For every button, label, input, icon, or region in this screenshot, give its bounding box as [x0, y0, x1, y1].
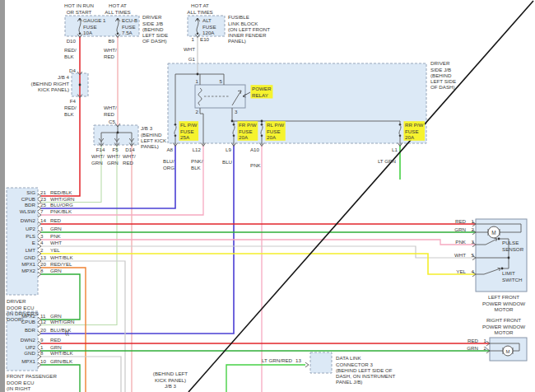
ecu-col-redblk: RED/BLK [50, 189, 72, 195]
pecu-num-9: 9 [40, 337, 44, 343]
junction-dot-1 [231, 120, 234, 123]
wire-lt-grn-red [226, 365, 305, 392]
pin-l9: L9 [226, 147, 231, 152]
pin-e10-number: 1 [192, 36, 195, 42]
ecu-pin-up2: UP2 [26, 226, 36, 231]
wire-label-redblk-1: RED/BLK [64, 47, 77, 58]
junction-dot-5 [508, 257, 510, 259]
ecu-pin-sig: SIG [26, 189, 35, 195]
ecu-pin-pls: PLS [26, 233, 35, 239]
ecu-pin-e: E [32, 240, 35, 245]
pecu-col-grn2: GRN [50, 344, 62, 350]
power-window-wiring-diagram: HOT IN RUNOR STARTHOT ATALL TIMESGAUGE 1… [0, 0, 535, 392]
ecu-pin-mpx1: MPX1 [21, 261, 35, 267]
ecu-pin-lmt: LMT [26, 247, 36, 253]
splice-symbol: (( [65, 329, 69, 336]
jb3-bottom-label: (BEHIND LEFTKICK PANEL)J/B 3 [153, 371, 188, 389]
wire-label-redblk-2: RED/BLK [64, 105, 77, 116]
ecu-col-grn2: GRN [50, 268, 62, 273]
rr-pw-fuse-bottom [399, 135, 402, 138]
ecu-num-3: 3 [40, 233, 44, 239]
ecub-fuse-bottom [117, 33, 119, 35]
wiring-diagram-page: HOT IN RUNOR STARTHOT ATALL TIMESGAUGE 1… [0, 0, 535, 392]
fusible-link-label: FUSIBLELINK BLOCK(ON LEFT FRONTINNER FEN… [228, 14, 270, 44]
passenger-ecu-label: FRONT PASSENGERDOOR ECU(IN RIGHTFRONT DO… [7, 373, 57, 392]
fr-pw-fuse-top [233, 124, 235, 126]
motor-m-right: M [506, 349, 510, 354]
wire-lmt-yel [41, 254, 476, 274]
ecu-col-whtblk: WHT/BLK [50, 254, 73, 260]
lm-col-grn: GRN [454, 226, 466, 232]
ecu-col-yel: YEL [50, 247, 60, 253]
rl-pw-fuse-bottom [261, 135, 263, 138]
wire-e-wht [41, 246, 476, 258]
pin-a8: A8 [166, 147, 173, 152]
ecu-num-21: 21 [40, 189, 46, 195]
pecu-pin-up2: UP2 [26, 344, 36, 350]
pecu-pin-bdr: BDR [25, 327, 36, 333]
junction-dot-0 [197, 73, 199, 76]
relay-pin-1: 1 [196, 78, 199, 84]
motor-m-left: M [491, 230, 495, 236]
rm-col-grn: GRN [467, 345, 478, 351]
pecu-pin-cpub: CPUB [21, 319, 35, 324]
pecu-num-12: 12 [40, 319, 46, 324]
wire-label-blu: BLU [222, 159, 232, 165]
fl-pw-fuse-bottom [174, 135, 177, 138]
pin-f14: F14 [96, 147, 105, 152]
wire-label-whtred-d14: WHT/RED [123, 153, 136, 165]
ecu-col-pnkblk: PNK/BLK [50, 208, 72, 214]
wire-label-ltgrn: LT GRN [378, 158, 396, 164]
ecu-pin-wlsw: WLSW [20, 208, 35, 214]
lm-col-pnk: PNK [455, 239, 467, 245]
pin-f5: F5 [112, 147, 119, 152]
driver-jb-label-2: DRIVERSIDE J/B(BEHINDLEFT SIDEOF DASH) [430, 60, 456, 90]
ecu-pin-cpub: CPUB [21, 196, 35, 202]
ecu-num-2: 2 [40, 247, 44, 253]
wire-label-wht: WHT [184, 46, 195, 52]
hot-in-run-label: HOT IN RUNOR START [64, 2, 94, 14]
junction-dot-2 [261, 120, 263, 123]
junction-dot-4 [79, 84, 81, 86]
ecu-num-20: 20 [40, 261, 46, 267]
pin-a10: A10 [250, 147, 260, 152]
ecu-col-red: RED [50, 217, 62, 223]
page-edge-strip [0, 0, 5, 392]
hot-at-all-times-label-2: HOT ATALL TIMES [187, 2, 212, 14]
lm-col-yel: YEL [456, 268, 466, 274]
pin-chevron-46 [305, 362, 309, 367]
wire-label-whtred-1: WHT/RED [104, 47, 117, 58]
ecu-col-pnk: PNK [50, 233, 62, 239]
ecu-num-4: 4 [40, 240, 44, 245]
rl-pw-fuse-top [261, 124, 263, 126]
pecu-col-grnblk: GRN/BLK [50, 358, 73, 364]
ecu-col-whtgrn: WHT/GRN [50, 196, 75, 202]
pecu-num-10: 10 [40, 358, 46, 364]
pin-c5: C5 [109, 119, 115, 124]
pecu-col-red: RED [50, 337, 62, 343]
driver-jb-label-1: DRIVERSIDE J/B(BEHINDLEFT SIDEOF DASH) [142, 14, 168, 44]
ecu-pin-dwn2: DWN2 [21, 217, 36, 223]
pin-d4: D4 [69, 68, 76, 73]
pecu-num-1: 1 [40, 344, 44, 350]
ecu-num-25: 25 [40, 202, 46, 208]
lm-num-3: 3 [472, 239, 475, 245]
ecu-col-wht: WHT [50, 240, 62, 245]
wire-label-whtgrn-f5: WHT/GRN [107, 153, 120, 165]
lm-num-1: 1 [472, 218, 475, 224]
pecu-pin-dwn2: DWN2 [21, 337, 36, 343]
wire-label-whtgrn-f14: WHT/GRN [91, 153, 105, 165]
pin-d10: D10 [67, 38, 77, 44]
ecu-col-grn: GRN [50, 226, 62, 231]
relay-pin-2: 2 [196, 109, 199, 114]
gauge1-fuse-bottom [79, 33, 81, 35]
junction-dot-7 [501, 268, 504, 270]
wire-label-pnkblk: PNK/BLK [191, 158, 203, 170]
pin-b9: B9 [108, 38, 114, 44]
left-motor-label: LEFT FRONTPOWER WINDOWMOTOR [482, 294, 525, 312]
wire-label-ltgrnred: LT GRN/RED [262, 357, 292, 363]
rm-col-red: RED [468, 338, 479, 343]
ecu-num-1: 1 [40, 226, 44, 231]
pecu-col-whtgrn: WHT/GRN [50, 319, 75, 324]
dlc-pin-13: 13 [295, 357, 301, 363]
